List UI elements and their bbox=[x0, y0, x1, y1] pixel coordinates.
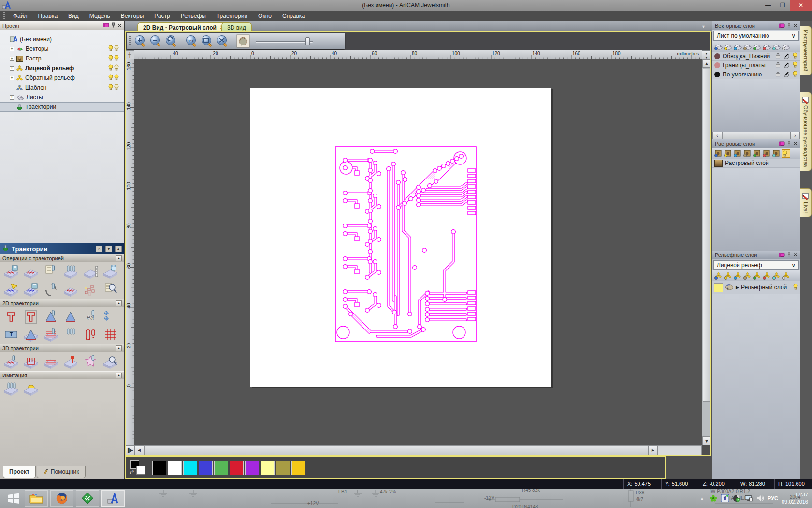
toolpath-blocks-icon[interactable] bbox=[21, 263, 41, 281]
pin-icon[interactable] bbox=[787, 23, 791, 29]
tab-project[interactable]: Проект bbox=[3, 466, 36, 478]
help-book-icon[interactable] bbox=[779, 252, 785, 258]
scroll-right-icon[interactable]: › bbox=[790, 132, 800, 139]
star-machining-icon[interactable] bbox=[80, 353, 100, 371]
multi-drill-icon[interactable] bbox=[60, 326, 80, 344]
toolpath-calculator-icon[interactable] bbox=[41, 263, 60, 281]
vec-tool-6-icon[interactable] bbox=[762, 43, 771, 51]
grid-toolpath-icon[interactable] bbox=[100, 326, 120, 344]
snap-icon[interactable] bbox=[783, 71, 790, 78]
ruler-units-button[interactable]: ▼▼ bbox=[702, 50, 711, 59]
save-toolpath-blue-icon[interactable] bbox=[21, 281, 41, 299]
relief-layer-row[interactable]: + ▶ Рельефный слой bbox=[712, 281, 800, 294]
model-sheet[interactable] bbox=[250, 88, 551, 387]
horizontal-scroll-thumb[interactable] bbox=[144, 445, 648, 455]
rel-tool-5-icon[interactable] bbox=[753, 272, 761, 280]
vec-tool-1-icon[interactable] bbox=[714, 43, 723, 51]
tree-item-7[interactable]: +Листы bbox=[0, 92, 124, 102]
inlay-toolpath-icon[interactable] bbox=[80, 326, 100, 344]
bmp-tool-2-icon[interactable] bbox=[724, 149, 732, 158]
rel-tool-1-icon[interactable] bbox=[714, 272, 723, 280]
scroll-down-icon[interactable]: ▼ bbox=[702, 436, 711, 445]
tree-item-3[interactable]: +Растр bbox=[0, 54, 124, 63]
expand-plus-icon[interactable]: + bbox=[10, 66, 14, 71]
restore-button[interactable]: ❐ bbox=[775, 0, 790, 11]
bulb-icon[interactable] bbox=[792, 61, 798, 69]
tree-item-8[interactable]: +Траектории bbox=[0, 102, 124, 112]
rel-tool-3-icon[interactable] bbox=[733, 272, 742, 280]
menu-5[interactable]: Векторы bbox=[116, 11, 149, 21]
visibility-bulb-icon[interactable] bbox=[108, 74, 119, 82]
tray-ti-icon[interactable]: ti bbox=[721, 494, 729, 503]
simulate-toolpath-icon[interactable] bbox=[1, 380, 21, 398]
scroll-right-icon[interactable]: ► bbox=[648, 445, 658, 455]
vertical-scrollbar[interactable]: ▲ ▼ bbox=[702, 59, 711, 445]
pin-icon[interactable] bbox=[111, 22, 116, 29]
bulb-icon[interactable] bbox=[793, 284, 798, 291]
tree-item-6[interactable]: +Шаблон bbox=[0, 83, 124, 92]
wedge-milling-icon[interactable] bbox=[21, 326, 41, 344]
v-bit-carving-icon[interactable] bbox=[41, 308, 60, 326]
expand-plus-icon[interactable]: + bbox=[10, 57, 14, 61]
slider-thumb[interactable] bbox=[305, 37, 310, 45]
expand-icon[interactable]: ▶ bbox=[736, 285, 739, 290]
zoom-fit-page-icon[interactable] bbox=[200, 35, 213, 48]
bulb-icon[interactable] bbox=[792, 52, 798, 60]
tab-tutorials[interactable]: Обучающее руководства bbox=[800, 92, 812, 171]
vector-layer-row-2[interactable]: Границы_платы bbox=[712, 61, 800, 70]
palette-color-9[interactable] bbox=[276, 461, 290, 475]
tray-expand-icon[interactable]: ▲ bbox=[698, 494, 706, 503]
ruler-origin-button[interactable]: ┼ bbox=[125, 50, 134, 59]
visibility-bulb-icon[interactable] bbox=[108, 64, 119, 72]
bmp-tool-6-icon[interactable] bbox=[762, 149, 771, 158]
start-button[interactable] bbox=[5, 490, 22, 507]
bevel-carving-icon[interactable] bbox=[60, 308, 80, 326]
toolpath-preview-icon[interactable] bbox=[100, 281, 120, 299]
vertical-scroll-thumb[interactable] bbox=[703, 69, 710, 402]
visibility-bulb-icon[interactable] bbox=[108, 55, 119, 62]
z-level-pocket-icon[interactable] bbox=[21, 353, 41, 371]
tab-2d-view[interactable]: 2D Вид - Растровый слой✕ bbox=[137, 22, 230, 32]
taskbar-firefox-icon[interactable] bbox=[50, 490, 73, 507]
bmp-tool-1-icon[interactable] bbox=[714, 149, 723, 158]
vec-tool-7-icon[interactable] bbox=[772, 43, 781, 51]
zoom-out-icon[interactable] bbox=[149, 35, 162, 48]
swap-colors-widget[interactable]: ⇄ bbox=[130, 459, 147, 477]
rel-tool-2-icon[interactable] bbox=[724, 272, 732, 280]
scroll-thumb[interactable] bbox=[722, 132, 790, 139]
delete-toolpath-icon[interactable] bbox=[100, 263, 120, 281]
tree-item-1[interactable]: +(Без имени) bbox=[0, 34, 124, 44]
toolbar-grip[interactable] bbox=[129, 36, 131, 46]
zoom-previous-icon[interactable] bbox=[164, 35, 177, 48]
bmp-tool-7-icon[interactable] bbox=[772, 149, 781, 158]
engraving-ea-icon[interactable]: ea bbox=[80, 308, 100, 326]
vector-layer-row-1[interactable]: Обводка_Нижний bbox=[712, 52, 800, 61]
palette-color-8[interactable] bbox=[261, 461, 275, 475]
palette-color-5[interactable] bbox=[214, 461, 228, 475]
home-button[interactable]: ⌂ bbox=[96, 246, 102, 252]
tray-icq-icon[interactable] bbox=[710, 494, 718, 503]
close-panel-icon[interactable] bbox=[793, 252, 798, 258]
menu-2[interactable]: Правка bbox=[33, 11, 63, 21]
expand-plus-icon[interactable]: + bbox=[10, 47, 14, 51]
tab-3d-view[interactable]: 3D вид bbox=[221, 22, 252, 32]
tray-volume-icon[interactable] bbox=[756, 494, 764, 503]
secondary-color-swatch[interactable] bbox=[136, 466, 145, 475]
menu-4[interactable]: Модель bbox=[84, 11, 116, 21]
help-book-icon[interactable] bbox=[779, 23, 785, 29]
minimize-button[interactable]: — bbox=[761, 0, 775, 11]
texture-toolpath-icon[interactable] bbox=[41, 326, 60, 344]
toolpath-inspect-icon[interactable] bbox=[100, 353, 120, 371]
menu-9[interactable]: Окно bbox=[253, 11, 277, 21]
tab-assistant[interactable]: Помощник bbox=[37, 466, 86, 478]
tab-toolbox[interactable]: Инструментарий bbox=[800, 26, 812, 75]
sheet-select[interactable]: Лист по умолчанию∨ bbox=[713, 31, 799, 41]
expand-all-button[interactable]: ▲ bbox=[115, 246, 122, 252]
roughing-3d-icon[interactable] bbox=[1, 353, 21, 371]
menu-8[interactable]: Траектории bbox=[211, 11, 253, 21]
rel-tool-7-icon[interactable] bbox=[772, 272, 781, 280]
vector-layer-row-3[interactable]: По умолчанию bbox=[712, 70, 800, 79]
scroll-left-icon[interactable]: ‹ bbox=[712, 132, 722, 139]
menu-7[interactable]: Рельефы bbox=[175, 11, 211, 21]
expand-plus-icon[interactable]: + bbox=[10, 95, 14, 100]
